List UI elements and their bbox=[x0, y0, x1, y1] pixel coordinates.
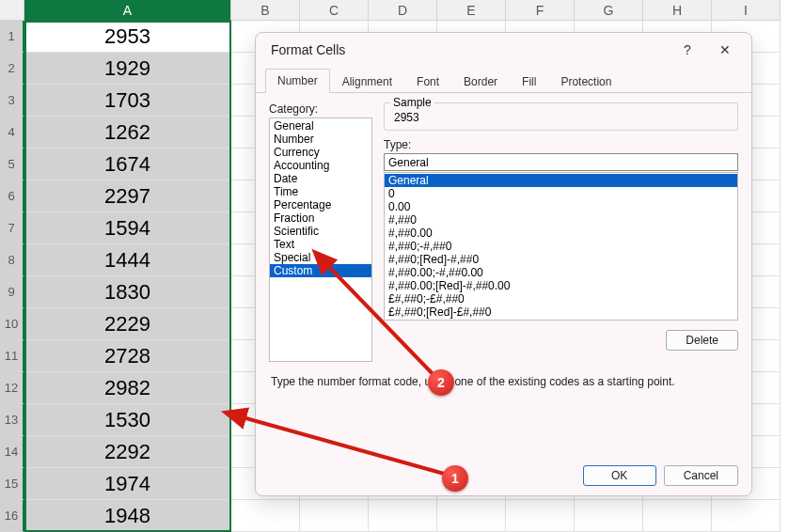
type-item[interactable]: #,##0.00;[Red]-#,##0.00 bbox=[385, 279, 737, 292]
close-button[interactable]: ✕ bbox=[706, 37, 744, 63]
cell-F16[interactable] bbox=[506, 500, 575, 532]
category-listbox[interactable]: GeneralNumberCurrencyAccountingDateTimeP… bbox=[269, 117, 372, 362]
tab-number[interactable]: Number bbox=[265, 69, 330, 93]
cell-B16[interactable] bbox=[231, 500, 300, 532]
tab-border[interactable]: Border bbox=[451, 70, 510, 93]
type-listbox[interactable]: General00.00#,##0#,##0.00#,##0;-#,##0#,#… bbox=[384, 172, 738, 321]
category-item-time[interactable]: Time bbox=[270, 185, 371, 198]
cell-A9[interactable]: 1830 bbox=[24, 276, 231, 308]
type-item[interactable]: #,##0 bbox=[385, 213, 737, 227]
cell-A8[interactable]: 1444 bbox=[24, 244, 231, 276]
category-item-date[interactable]: Date bbox=[270, 172, 371, 185]
row-header-3[interactable]: 3 bbox=[0, 85, 24, 117]
help-button[interactable]: ? bbox=[669, 37, 706, 63]
type-item[interactable]: #,##0.00 bbox=[385, 227, 737, 240]
column-header-D[interactable]: D bbox=[369, 0, 437, 21]
dialog-titlebar[interactable]: Format Cells ? ✕ bbox=[256, 33, 751, 67]
type-item[interactable]: 0.00 bbox=[385, 200, 737, 213]
cell-A10[interactable]: 2229 bbox=[24, 308, 231, 340]
type-item[interactable]: 0 bbox=[385, 187, 737, 200]
tab-alignment[interactable]: Alignment bbox=[330, 70, 404, 93]
category-item-text[interactable]: Text bbox=[270, 238, 371, 251]
cell-A16[interactable]: 1948 bbox=[24, 500, 231, 532]
format-cells-dialog: Format Cells ? ✕ NumberAlignmentFontBord… bbox=[255, 32, 752, 496]
column-header-G[interactable]: G bbox=[575, 0, 643, 21]
row-header-11[interactable]: 11 bbox=[0, 340, 24, 372]
type-item[interactable]: £#,##0;-£#,##0 bbox=[385, 292, 737, 305]
category-item-currency[interactable]: Currency bbox=[270, 146, 371, 159]
type-item[interactable]: #,##0;-#,##0 bbox=[385, 240, 737, 253]
category-item-special[interactable]: Special bbox=[270, 251, 371, 264]
row-header-13[interactable]: 13 bbox=[0, 404, 24, 436]
row-header-2[interactable]: 2 bbox=[0, 53, 24, 85]
ok-button[interactable]: OK bbox=[583, 465, 656, 486]
type-item[interactable]: General bbox=[385, 174, 737, 187]
category-item-general[interactable]: General bbox=[270, 119, 371, 133]
column-header-B[interactable]: B bbox=[231, 0, 300, 21]
category-item-accounting[interactable]: Accounting bbox=[270, 159, 371, 172]
row-header-4[interactable]: 4 bbox=[0, 117, 24, 149]
cell-A2[interactable]: 1929 bbox=[24, 53, 231, 85]
row-header-7[interactable]: 7 bbox=[0, 212, 24, 244]
delete-button[interactable]: Delete bbox=[666, 330, 738, 351]
cell-A5[interactable]: 1674 bbox=[24, 149, 231, 180]
category-item-scientific[interactable]: Scientific bbox=[270, 225, 371, 238]
cell-I16[interactable] bbox=[712, 500, 781, 532]
type-item[interactable]: £#,##0;[Red]-£#,##0 bbox=[385, 305, 737, 319]
row-header-6[interactable]: 6 bbox=[0, 180, 24, 212]
column-header-C[interactable]: C bbox=[300, 0, 369, 21]
cell-D16[interactable] bbox=[369, 500, 437, 532]
column-header-F[interactable]: F bbox=[506, 0, 575, 21]
sample-value: 2953 bbox=[392, 109, 730, 128]
row-header-12[interactable]: 12 bbox=[0, 372, 24, 404]
type-item[interactable]: #,##0;[Red]-#,##0 bbox=[385, 253, 737, 266]
cell-C16[interactable] bbox=[300, 500, 369, 532]
select-all-corner[interactable] bbox=[0, 0, 24, 21]
cell-A7[interactable]: 1594 bbox=[24, 212, 231, 244]
cell-A4[interactable]: 1262 bbox=[24, 117, 231, 149]
cell-A6[interactable]: 2297 bbox=[24, 180, 231, 212]
category-item-custom[interactable]: Custom bbox=[270, 264, 371, 277]
cell-A14[interactable]: 2292 bbox=[24, 436, 231, 468]
category-item-percentage[interactable]: Percentage bbox=[270, 198, 371, 211]
category-label: Category: bbox=[269, 102, 372, 116]
column-header-E[interactable]: E bbox=[437, 0, 506, 21]
row-header-5[interactable]: 5 bbox=[0, 149, 24, 180]
sample-group: Sample 2953 bbox=[384, 102, 738, 131]
row-header-1[interactable]: 1 bbox=[0, 21, 24, 53]
type-input[interactable] bbox=[384, 153, 738, 171]
dialog-title: Format Cells bbox=[271, 42, 669, 57]
column-header-H[interactable]: H bbox=[643, 0, 712, 21]
row-header-15[interactable]: 15 bbox=[0, 468, 24, 500]
cell-A1[interactable]: 2953 bbox=[24, 21, 231, 53]
column-headers-row: ABCDEFGHI bbox=[0, 0, 789, 21]
cell-A11[interactable]: 2728 bbox=[24, 340, 231, 372]
row-header-8[interactable]: 8 bbox=[0, 244, 24, 276]
row-header-10[interactable]: 10 bbox=[0, 308, 24, 340]
cell-G16[interactable] bbox=[575, 500, 643, 532]
cell-A13[interactable]: 1530 bbox=[24, 404, 231, 436]
cell-A12[interactable]: 2982 bbox=[24, 372, 231, 404]
tab-font[interactable]: Font bbox=[404, 70, 451, 93]
category-item-fraction[interactable]: Fraction bbox=[270, 211, 371, 225]
cell-E16[interactable] bbox=[437, 500, 506, 532]
tab-fill[interactable]: Fill bbox=[510, 70, 548, 93]
dialog-tabs: NumberAlignmentFontBorderFillProtection bbox=[256, 67, 751, 93]
cell-A3[interactable]: 1703 bbox=[24, 85, 231, 117]
column-header-A[interactable]: A bbox=[24, 0, 231, 21]
cell-A15[interactable]: 1974 bbox=[24, 468, 231, 500]
cell-H16[interactable] bbox=[643, 500, 712, 532]
type-item[interactable]: £#,##0.00;-£#,##0.00 bbox=[385, 319, 737, 321]
tab-protection[interactable]: Protection bbox=[548, 70, 623, 93]
cancel-button[interactable]: Cancel bbox=[664, 465, 738, 486]
sample-label: Sample bbox=[390, 96, 434, 109]
row-header-16[interactable]: 16 bbox=[0, 500, 24, 532]
column-header-I[interactable]: I bbox=[712, 0, 781, 21]
row-header-9[interactable]: 9 bbox=[0, 276, 24, 308]
category-item-number[interactable]: Number bbox=[270, 133, 371, 146]
row-header-14[interactable]: 14 bbox=[0, 436, 24, 468]
type-label: Type: bbox=[384, 138, 738, 151]
hint-text: Type the number format code, using one o… bbox=[271, 375, 736, 388]
type-item[interactable]: #,##0.00;-#,##0.00 bbox=[385, 266, 737, 279]
